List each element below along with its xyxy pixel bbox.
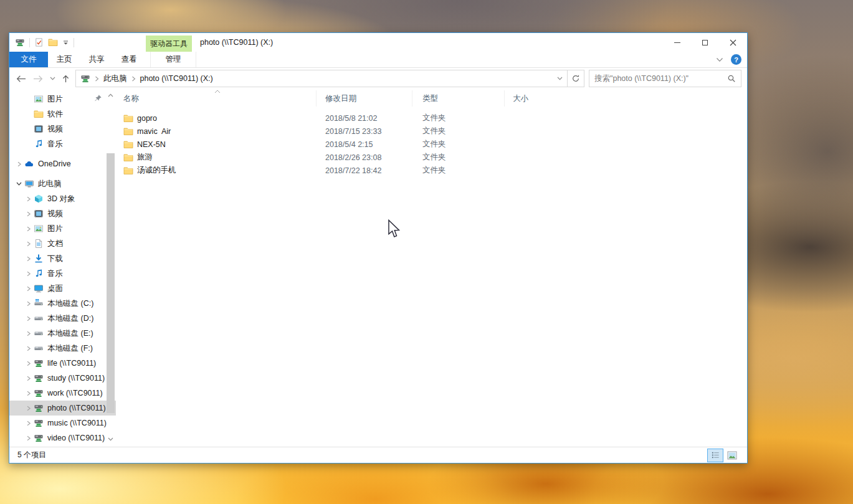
chevron-right-icon[interactable] [24,406,33,411]
scroll-up-icon[interactable] [107,92,115,99]
title-bar: 驱动器工具 photo (\\TC9011) (X:) [9,33,747,52]
maximize-button[interactable] [691,33,719,52]
chevron-right-icon[interactable] [24,301,33,307]
chevron-right-icon[interactable] [24,361,33,366]
file-row[interactable]: mavic Air2018/7/15 23:33文件夹 [116,125,747,138]
view-details-button[interactable] [708,449,723,462]
sidebar-item[interactable]: 本地磁盘 (F:) [9,341,116,356]
sidebar-item-label: video (\\TC9011) [47,434,105,442]
chevron-right-icon[interactable] [14,161,24,167]
file-date: 2018/5/4 2:15 [317,140,412,149]
breadcrumb-this-pc[interactable]: 此电脑 [100,74,130,84]
sidebar-item[interactable]: 文档 [9,236,116,251]
minimize-button[interactable] [663,33,691,52]
history-dropdown-icon[interactable] [50,77,55,80]
chevron-right-icon[interactable] [24,256,33,262]
chevron-down-icon[interactable] [14,181,24,186]
chevron-right-icon[interactable] [24,286,33,292]
file-row[interactable]: gopro2018/5/8 21:02文件夹 [116,112,747,125]
qat-dropdown-icon[interactable] [62,39,69,46]
tab-share[interactable]: 共享 [80,52,113,67]
sidebar-item-label: 下载 [47,254,63,264]
sidebar-item[interactable]: video (\\TC9011) [9,430,116,445]
tab-file[interactable]: 文件 [9,52,48,67]
column-header-size[interactable]: 大小 [505,90,530,107]
sidebar-item[interactable]: 图片 [9,221,116,236]
drive-icon [33,343,44,353]
column-header-type[interactable]: 类型 [412,90,505,107]
divider [74,38,74,47]
sidebar-item[interactable]: 软件 [9,107,116,121]
sidebar-item[interactable]: study (\\TC9011) [9,371,116,386]
breadcrumb-chevron-icon [130,76,137,82]
scrollbar-thumb[interactable] [107,153,115,413]
file-date: 2018/5/8 21:02 [317,114,412,123]
sidebar-item[interactable]: OneDrive [9,156,116,171]
chevron-right-icon[interactable] [24,331,33,336]
search-icon[interactable] [727,74,736,83]
chevron-right-icon[interactable] [24,421,33,426]
sidebar-item[interactable]: photo (\\TC9011) [9,401,116,416]
sidebar-item-label: 3D 对象 [47,194,75,204]
sidebar-item[interactable]: 图片 [9,92,116,107]
tab-home[interactable]: 主页 [48,52,80,67]
sidebar-item[interactable]: music (\\TC9011) [9,416,116,430]
sidebar-item[interactable]: 本地磁盘 (D:) [9,311,116,326]
sidebar-item[interactable]: 桌面 [9,281,116,296]
refresh-icon[interactable] [567,70,584,87]
close-button[interactable] [719,33,747,52]
up-icon[interactable] [61,74,70,83]
chevron-right-icon[interactable] [24,196,33,202]
tab-view[interactable]: 查看 [113,52,145,67]
sidebar-item[interactable]: 此电脑 [9,176,116,191]
sidebar-item[interactable]: 3D 对象 [9,191,116,206]
address-dropdown-icon[interactable] [552,70,567,87]
search-box[interactable]: 搜索"photo (\\TC9011) (X:)" [589,70,741,87]
chevron-right-icon[interactable] [24,211,33,217]
address-bar[interactable]: 此电脑 photo (\\TC9011) (X:) [75,70,584,87]
chevron-right-icon[interactable] [24,391,33,396]
sidebar-item-label: life (\\TC9011) [47,359,96,368]
drive-icon [33,328,44,338]
chevron-right-icon[interactable] [24,271,33,277]
sidebar-item-label: OneDrive [38,159,71,168]
file-type: 文件夹 [412,113,505,123]
sidebar-scrollbar[interactable] [107,92,115,443]
sidebar-item[interactable]: 视频 [9,121,116,136]
column-header-date[interactable]: 修改日期 [317,90,412,107]
back-icon[interactable] [15,74,27,83]
sidebar-item[interactable]: 本地磁盘 (C:) [9,296,116,311]
sidebar-item[interactable]: work (\\TC9011) [9,386,116,401]
scroll-down-icon[interactable] [107,435,115,443]
view-thumbnails-button[interactable] [725,449,740,462]
quick-access-toolbar [9,37,74,47]
breadcrumb-current-folder[interactable]: photo (\\TC9011) (X:) [137,74,216,83]
sidebar-item[interactable]: 下载 [9,251,116,266]
chevron-right-icon[interactable] [24,241,33,247]
chevron-right-icon[interactable] [24,316,33,321]
properties-check-icon[interactable] [34,37,44,47]
file-row[interactable]: 旅游2018/2/26 23:08文件夹 [116,151,747,164]
new-folder-icon[interactable] [48,37,58,47]
chevron-right-icon[interactable] [24,376,33,381]
chevron-right-icon[interactable] [24,435,33,441]
file-row[interactable]: NEX-5N2018/5/4 2:15文件夹 [116,138,747,151]
sidebar-item[interactable]: 视频 [9,206,116,221]
chevron-right-icon[interactable] [24,226,33,232]
sidebar-item-label: 图片 [47,224,63,234]
sidebar-item-label: 本地磁盘 (C:) [47,298,93,309]
tab-manage[interactable]: 管理 [150,52,196,67]
sidebar-item-label: 图片 [47,94,63,105]
folder-icon [123,126,133,136]
sidebar-item[interactable]: 音乐 [9,136,116,151]
ribbon-collapse-icon[interactable] [716,57,723,62]
network-drive-icon [33,373,44,383]
chevron-right-icon[interactable] [24,346,33,351]
help-icon[interactable]: ? [731,54,741,65]
sidebar-item[interactable]: 本地磁盘 (E:) [9,326,116,341]
sidebar-item[interactable]: life (\\TC9011) [9,356,116,371]
forward-icon[interactable] [32,74,44,83]
file-row[interactable]: 汤诚的手机2018/7/22 18:42文件夹 [116,164,747,177]
network-drive-icon [33,418,44,428]
sidebar-item[interactable]: 音乐 [9,266,116,281]
